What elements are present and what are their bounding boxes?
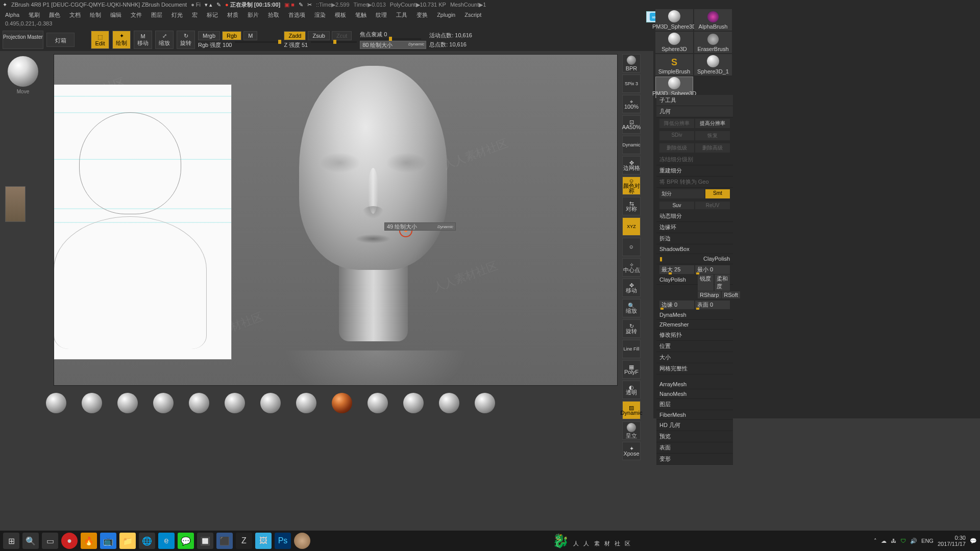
app-icon-3[interactable]: ⬛ <box>216 533 233 549</box>
menu-brush[interactable]: 笔刷 <box>29 11 40 19</box>
menu-zplugin[interactable]: Zplugin <box>437 12 455 18</box>
material-thumb[interactable] <box>296 393 316 413</box>
menu-render[interactable]: 渲染 <box>314 11 326 19</box>
zcut-button[interactable]: Zcut <box>332 31 352 40</box>
tray-up-icon[interactable]: ˄ <box>874 538 877 544</box>
reuv-button[interactable]: ReUV <box>695 202 730 209</box>
bpr-button[interactable]: BPR <box>622 54 641 72</box>
material-thumb[interactable] <box>82 393 102 413</box>
xyz-button[interactable]: XYZ <box>622 217 641 236</box>
claypolish-header[interactable]: ▮ClayPolish <box>656 254 733 264</box>
surface[interactable]: 表面 <box>656 442 733 454</box>
rec-controls[interactable]: ▣ ■ <box>284 2 295 8</box>
dynamesh[interactable]: DynaMesh <box>656 310 733 320</box>
spix-button[interactable]: SPix 3 <box>622 74 641 93</box>
zsub-button[interactable]: Zsub <box>308 31 329 40</box>
menu-transform[interactable]: 变换 <box>416 11 428 19</box>
subtool-header[interactable]: 子工具 <box>656 95 733 106</box>
min-slider[interactable]: 最小 0 <box>695 265 730 274</box>
max-slider[interactable]: 最大 25 <box>659 265 694 274</box>
frame-button[interactable]: ⊙ <box>622 238 641 256</box>
menu-file[interactable]: 文件 <box>131 11 142 19</box>
edgeloop[interactable]: 边缘环 <box>656 222 733 233</box>
freeze-subdiv[interactable]: 冻结细分级别 <box>656 154 733 165</box>
dynamic-button-2[interactable]: ▨Dynamic <box>622 401 641 419</box>
head-model[interactable] <box>299 66 447 326</box>
symmetry-button[interactable]: ⇆对称 <box>622 197 641 215</box>
scale-mode-button[interactable]: ⤢缩放 <box>155 31 174 49</box>
tray-shield-icon[interactable]: 🛡 <box>900 538 906 544</box>
menu-tool[interactable]: 工具 <box>396 11 407 19</box>
preview[interactable]: 预览 <box>656 431 733 442</box>
menu-zscript[interactable]: Zscript <box>464 12 481 18</box>
edit-mode-button[interactable]: ⬚Edit <box>91 31 109 49</box>
material-thumb[interactable] <box>475 393 495 413</box>
tool-pm3d-sphere[interactable]: PM3D_Sphere3D <box>655 9 693 31</box>
nanomesh[interactable]: NanoMesh <box>656 389 733 399</box>
viewport[interactable]: 49 绘制大小 Dynamic 人人素材社区 人人素材社区 人人素材社区 人人素… <box>54 54 618 386</box>
suv-button[interactable]: Suv <box>659 202 694 209</box>
task-view-icon[interactable]: ▭ <box>42 533 58 549</box>
tray-volume-icon[interactable]: 🔊 <box>910 538 917 544</box>
zadd-button[interactable]: Zadd <box>284 31 306 40</box>
rsharp-slider[interactable]: RSharp <box>698 291 721 298</box>
edge-icon[interactable]: e <box>158 533 175 549</box>
collapse-icon[interactable]: ▾ ▴ <box>205 2 212 8</box>
center-button[interactable]: ✧中心点 <box>622 258 641 277</box>
tool-eraserbrush[interactable]: EraserBrush <box>694 32 732 53</box>
bpr-to-geo[interactable]: 将 BPR 转换为 Geo <box>656 177 733 188</box>
material-thumb[interactable] <box>117 393 138 413</box>
menu-document[interactable]: 文档 <box>69 11 81 19</box>
higher-res-button[interactable]: 提高分辨率 <box>695 119 730 128</box>
geometry-header[interactable]: 几何 <box>656 106 733 117</box>
dynamic-button[interactable]: Dynamic <box>622 136 641 154</box>
material-sphere[interactable] <box>8 56 38 87</box>
menu-alpha[interactable]: Alpha <box>5 12 19 18</box>
zoom-100-button[interactable]: ⌖100% <box>622 95 641 113</box>
draw-mode-button[interactable]: ✦绘制 <box>112 31 131 49</box>
rebuild-subdiv-button[interactable]: 重建细分 <box>656 165 733 177</box>
z-intensity-slider[interactable] <box>311 41 357 43</box>
projection-master-button[interactable]: Projection Master <box>3 31 43 49</box>
rotate-mode-button[interactable]: ↻旋转 <box>177 31 195 49</box>
tray-network-icon[interactable]: 🖧 <box>891 538 896 544</box>
pen-icon[interactable]: ✎ <box>299 2 303 8</box>
material-thumb[interactable] <box>46 393 66 413</box>
material-thumb[interactable] <box>189 393 209 413</box>
material-thumb[interactable] <box>403 393 424 413</box>
xpose-button[interactable]: ✦Xpose <box>622 442 641 460</box>
menu-material[interactable]: 材质 <box>227 11 238 19</box>
tray-clock[interactable]: 0:30 2017/11/17 <box>938 535 966 547</box>
polyf-button[interactable]: ▦PolyF <box>622 360 641 379</box>
photoshop-icon[interactable]: Ps <box>275 533 291 549</box>
folder-icon[interactable]: 📁 <box>119 533 136 549</box>
fibermesh[interactable]: FiberMesh <box>656 410 733 420</box>
position[interactable]: 位置 <box>656 341 733 352</box>
rgb-button[interactable]: Rgb <box>222 31 241 40</box>
lower-res-button[interactable]: 降低分辨率 <box>659 119 694 128</box>
crease[interactable]: 折边 <box>656 233 733 244</box>
draw-size-readout[interactable]: 80 绘制大小 Dynamic <box>360 41 426 49</box>
shadowbox[interactable]: ShadowBox <box>656 244 733 254</box>
rgb-intensity-slider[interactable] <box>235 41 281 43</box>
edge-slider[interactable]: 边缘 0 <box>659 300 694 309</box>
sharp-slider[interactable]: 锐度 <box>698 274 714 291</box>
deformation[interactable]: 变形 <box>656 454 733 465</box>
tool-alphabrush[interactable]: AlphaBrush <box>694 9 732 31</box>
zremesher[interactable]: ZRemesher <box>656 320 733 330</box>
modify-topology[interactable]: 修改拓扑 <box>656 330 733 341</box>
transparent-button[interactable]: ◐透明 <box>622 381 641 399</box>
menu-movie[interactable]: 影片 <box>248 11 259 19</box>
smt-button[interactable]: Smt <box>705 189 730 198</box>
material-thumb[interactable] <box>260 393 281 413</box>
mrgb-button[interactable]: Mrgb <box>198 31 220 40</box>
menu-texture[interactable]: 纹理 <box>376 11 387 19</box>
rsoft-slider[interactable]: RSoft <box>722 291 740 298</box>
menu-prefs[interactable]: 首选项 <box>288 11 305 19</box>
m-button[interactable]: M <box>243 31 257 40</box>
del-higher-button[interactable]: 删除高级 <box>695 143 730 153</box>
arraymesh[interactable]: ArrayMesh <box>656 380 733 389</box>
tray-cloud-icon[interactable]: ☁ <box>881 538 887 544</box>
app-icon-2[interactable]: 🔲 <box>197 533 213 549</box>
linefill-button[interactable]: Line Fill <box>622 340 641 358</box>
